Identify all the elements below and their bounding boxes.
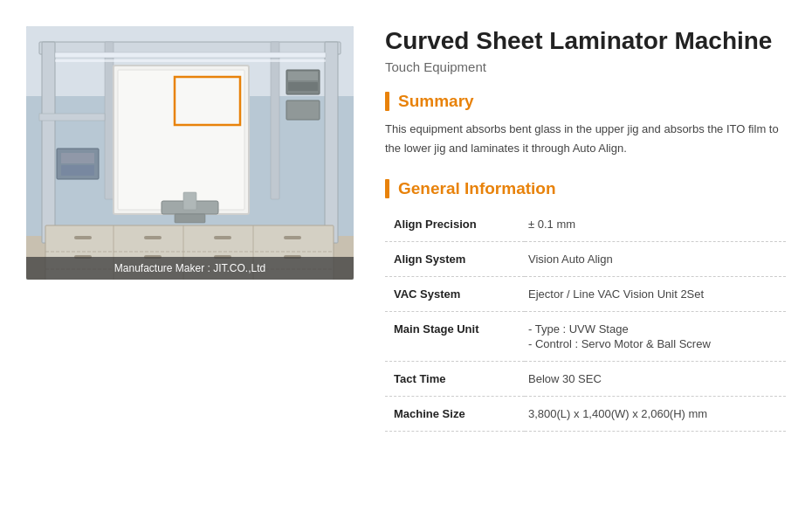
svg-rect-30 <box>74 236 92 239</box>
table-row: Machine Size3,800(L) x 1,400(W) x 2,060(… <box>385 396 786 431</box>
svg-rect-7 <box>271 42 279 199</box>
table-row: Align Precision± 0.1 mm <box>385 207 786 242</box>
svg-rect-10 <box>55 59 326 62</box>
general-info-bar <box>385 179 389 198</box>
svg-rect-33 <box>284 236 301 239</box>
svg-rect-17 <box>286 100 320 120</box>
svg-rect-5 <box>325 42 338 243</box>
row-value: ± 0.1 mm <box>525 207 786 242</box>
row-label: Align System <box>385 241 525 276</box>
row-label: Main Stage Unit <box>385 311 525 361</box>
info-table: Align Precision± 0.1 mmAlign SystemVisio… <box>385 207 786 432</box>
svg-rect-8 <box>39 114 105 121</box>
svg-rect-23 <box>61 165 94 176</box>
row-value: Vision Auto Align <box>525 241 786 276</box>
table-row: Align SystemVision Auto Align <box>385 241 786 276</box>
svg-rect-32 <box>214 236 231 239</box>
image-caption: Manufacture Maker : JIT.CO.,Ltd <box>26 257 354 280</box>
svg-rect-16 <box>288 82 318 91</box>
row-label: Tact Time <box>385 361 525 396</box>
svg-rect-6 <box>105 42 114 199</box>
table-row: VAC SystemEjector / Line VAC Vision Unit… <box>385 276 786 311</box>
svg-rect-31 <box>144 236 162 239</box>
summary-title: Summary <box>398 92 474 111</box>
table-row: Main Stage Unit- Type : UVW Stage- Contr… <box>385 311 786 361</box>
svg-rect-22 <box>61 153 94 163</box>
svg-rect-12 <box>118 70 244 210</box>
left-panel: Manufacture Maker : JIT.CO.,Ltd <box>26 26 354 509</box>
summary-description: This equipment absorbs bent glass in the… <box>385 120 786 158</box>
row-value: - Type : UVW Stage- Control : Servo Moto… <box>525 311 786 361</box>
product-subtitle: Touch Equipment <box>385 59 786 74</box>
page-container: Manufacture Maker : JIT.CO.,Ltd Curved S… <box>0 0 812 526</box>
product-title: Curved Sheet Laminator Machine <box>385 26 786 56</box>
row-value: 3,800(L) x 1,400(W) x 2,060(H) mm <box>525 396 786 431</box>
right-panel: Curved Sheet Laminator Machine Touch Equ… <box>385 26 786 509</box>
svg-rect-19 <box>175 214 205 223</box>
summary-section-heading: Summary <box>385 92 786 111</box>
machine-illustration <box>26 26 354 280</box>
row-label: VAC System <box>385 276 525 311</box>
table-row: Tact TimeBelow 30 SEC <box>385 361 786 396</box>
general-info-section-heading: General Information <box>385 179 786 198</box>
row-label: Machine Size <box>385 396 525 431</box>
svg-rect-15 <box>288 72 318 80</box>
svg-rect-4 <box>42 42 55 243</box>
row-value: Below 30 SEC <box>525 361 786 396</box>
general-info-title: General Information <box>398 179 556 198</box>
svg-rect-20 <box>183 192 196 210</box>
summary-bar <box>385 92 389 111</box>
row-value: Ejector / Line VAC Vision Unit 2Set <box>525 276 786 311</box>
machine-image: Manufacture Maker : JIT.CO.,Ltd <box>26 26 354 280</box>
row-label: Align Precision <box>385 207 525 242</box>
svg-rect-9 <box>55 52 326 58</box>
